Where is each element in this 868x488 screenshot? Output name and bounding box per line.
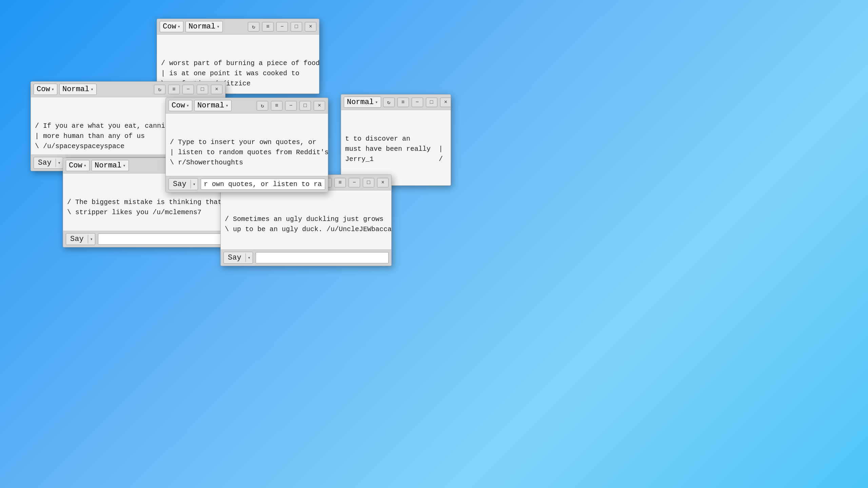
maximize-button-3[interactable]: □: [299, 101, 311, 110]
maximize-button-1[interactable]: □: [291, 22, 302, 32]
say-arrow-3: ▾: [191, 180, 198, 188]
maximize-button-6[interactable]: □: [363, 178, 374, 187]
window-5: Normal ▾ ↻ ≡ − □ × t to discover an \ mu…: [341, 94, 451, 186]
mode-label-1: Normal: [189, 22, 215, 31]
content-3: / Type to insert your own quotes, or \ |…: [166, 114, 328, 176]
mode-dropdown-5[interactable]: Normal ▾: [344, 97, 381, 108]
titlebar-2: Cow ▾ Normal ▾ ↻ ≡ − □ ×: [31, 82, 225, 97]
close-button-5[interactable]: ×: [440, 98, 451, 107]
say-label-6: Say: [224, 252, 245, 263]
minimize-button-1[interactable]: −: [276, 22, 288, 32]
say-button-4[interactable]: Say ▾: [66, 233, 95, 245]
mode-dropdown-3[interactable]: Normal ▾: [194, 100, 232, 111]
mode-arrow-5: ▾: [375, 99, 378, 105]
bottombar-4: Say ▾: [63, 231, 239, 247]
character-dropdown-4[interactable]: Cow ▾: [66, 160, 90, 171]
input-field-3[interactable]: [201, 179, 325, 190]
character-arrow-1: ▾: [178, 24, 180, 29]
close-button-6[interactable]: ×: [377, 178, 389, 187]
titlebar-icons-6: ↻ ≡ − □ ×: [320, 178, 389, 187]
titlebar-5: Normal ▾ ↻ ≡ − □ ×: [341, 95, 451, 110]
titlebar-icons-1: ↻ ≡ − □ ×: [248, 22, 316, 32]
quote-text-3: / Type to insert your own quotes, or \ |…: [170, 137, 324, 168]
mode-dropdown-1[interactable]: Normal ▾: [185, 21, 223, 32]
titlebar-icons-5: ↻ ≡ − □ ×: [383, 98, 451, 107]
mode-arrow-3: ▾: [225, 103, 228, 108]
character-arrow-4: ▾: [84, 163, 86, 168]
menu-button-5[interactable]: ≡: [397, 98, 409, 107]
quote-text-4: / The biggest mistake is thinking that \…: [67, 197, 235, 218]
close-button-3[interactable]: ×: [314, 101, 325, 110]
menu-button-3[interactable]: ≡: [271, 101, 282, 110]
character-label-1: Cow: [163, 22, 176, 31]
say-arrow-2: ▾: [56, 159, 63, 167]
minimize-button-5[interactable]: −: [412, 98, 423, 107]
say-button-3[interactable]: Say ▾: [169, 178, 198, 190]
menu-button-6[interactable]: ≡: [334, 178, 346, 187]
titlebar-3: Cow ▾ Normal ▾ ↻ ≡ − □ ×: [166, 98, 328, 114]
mode-dropdown-4[interactable]: Normal ▾: [92, 160, 129, 171]
maximize-button-2[interactable]: □: [197, 85, 208, 94]
input-field-6[interactable]: [256, 252, 389, 263]
content-5: t to discover an \ must have been really…: [341, 110, 451, 185]
refresh-button-2[interactable]: ↻: [154, 85, 165, 94]
input-field-4[interactable]: [98, 233, 236, 245]
refresh-button-5[interactable]: ↻: [383, 98, 395, 107]
content-6: / Sometimes an ugly duckling just grows …: [221, 190, 391, 249]
minimize-button-3[interactable]: −: [285, 101, 297, 110]
say-label-3: Say: [169, 179, 191, 190]
character-dropdown-2[interactable]: Cow ▾: [34, 84, 57, 95]
say-arrow-6: ▾: [245, 253, 253, 262]
mode-label-5: Normal: [347, 98, 374, 106]
titlebar-1: Cow ▾ Normal ▾ ↻ ≡ − □ ×: [157, 19, 319, 35]
say-button-2[interactable]: Say ▾: [34, 157, 63, 169]
quote-text-5: t to discover an \ must have been really…: [345, 134, 447, 164]
say-label-2: Say: [34, 157, 56, 168]
character-arrow-3: ▾: [186, 103, 189, 108]
maximize-button-5[interactable]: □: [426, 98, 437, 107]
character-dropdown-1[interactable]: Cow ▾: [160, 21, 183, 32]
titlebar-icons-2: ↻ ≡ − □ ×: [154, 85, 222, 94]
minimize-button-6[interactable]: −: [349, 178, 360, 187]
character-label-2: Cow: [37, 85, 50, 94]
minimize-button-2[interactable]: −: [182, 85, 194, 94]
character-arrow-2: ▾: [52, 86, 54, 92]
window-3: Cow ▾ Normal ▾ ↻ ≡ − □ × / Type to inser…: [165, 98, 328, 192]
close-button-1[interactable]: ×: [305, 22, 316, 32]
mode-label-4: Normal: [95, 161, 121, 170]
say-label-4: Say: [66, 233, 88, 245]
refresh-button-1[interactable]: ↻: [248, 22, 259, 32]
refresh-button-3[interactable]: ↻: [257, 101, 268, 110]
quote-text-6: / Sometimes an ugly duckling just grows …: [225, 214, 387, 235]
mode-dropdown-2[interactable]: Normal ▾: [59, 84, 97, 95]
character-label-4: Cow: [69, 161, 82, 170]
titlebar-icons-3: ↻ ≡ − □ ×: [257, 101, 325, 110]
bottombar-6: Say ▾: [221, 249, 391, 266]
bottombar-3: Say ▾: [166, 176, 328, 192]
menu-button-1[interactable]: ≡: [262, 22, 274, 32]
menu-button-2[interactable]: ≡: [168, 85, 180, 94]
mode-arrow-1: ▾: [217, 24, 219, 29]
mode-arrow-2: ▾: [91, 86, 93, 92]
mode-arrow-4: ▾: [123, 163, 125, 168]
character-label-3: Cow: [172, 101, 185, 110]
say-arrow-4: ▾: [88, 235, 95, 243]
mode-label-3: Normal: [197, 101, 224, 110]
character-dropdown-3[interactable]: Cow ▾: [169, 100, 192, 111]
say-button-6[interactable]: Say ▾: [223, 252, 253, 264]
close-button-2[interactable]: ×: [211, 85, 222, 94]
mode-label-2: Normal: [62, 85, 89, 94]
